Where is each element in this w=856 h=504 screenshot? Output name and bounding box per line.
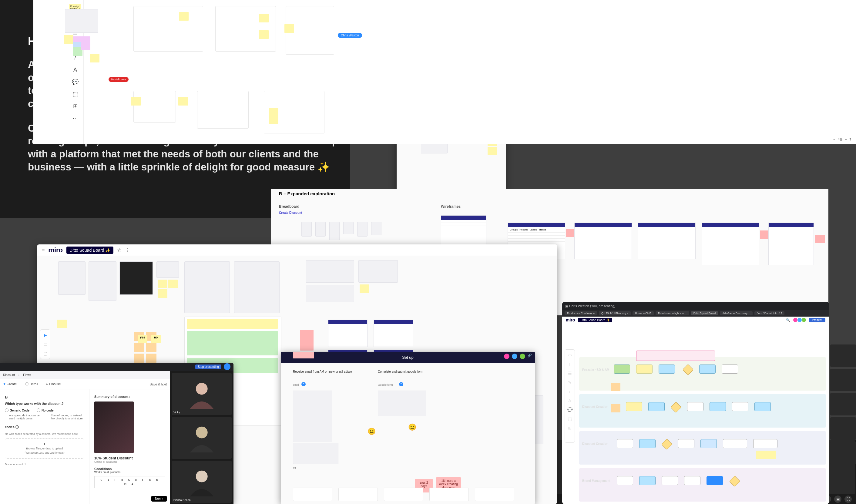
radio-no-code[interactable]: No code bbox=[37, 409, 53, 412]
browser-window: ▣ Chris Weston (You, presenting) Product… bbox=[562, 302, 829, 504]
tool-more-icon[interactable]: ⋯ bbox=[67, 112, 84, 124]
sticky-note[interactable] bbox=[134, 354, 144, 363]
sticky-note[interactable] bbox=[756, 451, 766, 459]
kebab-icon[interactable]: ⋮ bbox=[125, 247, 130, 253]
cam-tile[interactable] bbox=[830, 344, 856, 367]
zoom-plus-icon[interactable]: + bbox=[845, 138, 846, 141]
tool-text-icon[interactable]: T bbox=[567, 361, 573, 367]
sticky-note[interactable] bbox=[146, 343, 157, 352]
breadcrumb[interactable]: Flows bbox=[23, 373, 31, 377]
breadcrumb[interactable]: Discount bbox=[3, 373, 15, 377]
sticky-note[interactable] bbox=[90, 54, 100, 62]
miro-canvas[interactable]: ▭ T ☰ ✎ / A 💬 ⬚ ⊞ ⋯ Pre-sale · BD & AM D… bbox=[562, 323, 829, 504]
tool-a-icon[interactable]: A bbox=[67, 64, 84, 76]
tool-pen-icon[interactable]: ✎ bbox=[567, 379, 573, 385]
sticky-note[interactable] bbox=[259, 14, 269, 22]
tool-rect-icon[interactable]: ▭ bbox=[567, 352, 573, 358]
sticky-note[interactable] bbox=[131, 97, 141, 106]
cam-tile[interactable] bbox=[172, 417, 232, 459]
browser-tab[interactable]: Products – Confluence bbox=[565, 311, 597, 316]
tool-frame-icon[interactable]: ⬚ bbox=[567, 416, 573, 422]
wf-tab[interactable]: Labels bbox=[530, 228, 537, 231]
avatar[interactable] bbox=[224, 363, 230, 370]
star-icon[interactable]: ☆ bbox=[117, 247, 121, 253]
hamburger-icon[interactable]: ≡ bbox=[42, 248, 44, 253]
tool-grid-icon[interactable]: ⊞ bbox=[567, 425, 573, 431]
sticky-no[interactable]: no bbox=[151, 335, 161, 343]
sticky-note[interactable] bbox=[187, 331, 278, 355]
miro-board-name[interactable]: Ditto Squad Board ✨ bbox=[578, 318, 612, 322]
presence-pill: Chris Weston bbox=[338, 33, 362, 38]
sticky-note[interactable] bbox=[178, 97, 188, 106]
section-heading: B – Expanded exploration bbox=[279, 191, 335, 196]
summary-image bbox=[94, 401, 134, 453]
sticky-note[interactable] bbox=[259, 30, 269, 39]
browser-tab[interactable]: Ditto board – light ver… bbox=[656, 311, 689, 316]
info-icon: ⓘ bbox=[25, 382, 29, 386]
sticky-note[interactable] bbox=[146, 354, 157, 363]
tool-more-icon[interactable]: ⋯ bbox=[567, 434, 573, 440]
breadboard-label: Breadboard bbox=[279, 204, 299, 209]
stop-presenting-button[interactable]: Stop presenting bbox=[195, 364, 221, 369]
step-tab[interactable]: ▸ Finalise bbox=[47, 382, 61, 386]
sticky-note[interactable] bbox=[57, 320, 67, 328]
wf-tab[interactable]: Groups bbox=[510, 228, 518, 231]
sticky-note[interactable] bbox=[134, 343, 144, 352]
browser-tab[interactable]: Q1 23 JKH Planning – bbox=[599, 311, 631, 316]
tool-grid-icon[interactable]: ⊞ bbox=[67, 100, 84, 112]
radio-generic-code[interactable]: Generic Code bbox=[5, 409, 30, 412]
zoom-control[interactable]: − 4% + ? bbox=[833, 138, 851, 141]
save-exit-link[interactable]: Save & Exit bbox=[149, 382, 167, 386]
tool-list-icon[interactable]: ☰ bbox=[567, 370, 573, 376]
tool-a-icon[interactable]: A bbox=[567, 398, 573, 403]
sticky-note[interactable] bbox=[179, 12, 189, 21]
tool-comment-icon[interactable]: 💬 bbox=[67, 76, 84, 88]
tool-comment-icon[interactable]: 💬 bbox=[567, 407, 573, 413]
sticky-note[interactable] bbox=[64, 35, 73, 44]
sticky-note[interactable] bbox=[360, 285, 369, 293]
sticky-note[interactable] bbox=[158, 289, 167, 298]
search-icon[interactable]: 🔍 bbox=[786, 318, 790, 322]
zoom-minus-icon[interactable]: − bbox=[833, 138, 835, 141]
cam-tile[interactable] bbox=[830, 393, 856, 415]
cam-tile[interactable] bbox=[830, 417, 856, 440]
avatar bbox=[793, 318, 798, 322]
sticky-note[interactable] bbox=[81, 42, 90, 50]
sticky-note[interactable] bbox=[611, 383, 620, 391]
browser-tab[interactable]: Home – CMS bbox=[632, 311, 654, 316]
sticky-note[interactable] bbox=[269, 115, 278, 124]
file-drop[interactable]: ⬆ Browse files, or drop to upload (We ac… bbox=[5, 438, 84, 458]
cam-tile[interactable] bbox=[830, 442, 856, 464]
browser-tab[interactable]: Ditto Squad Board bbox=[691, 311, 718, 316]
next-button[interactable]: Next › bbox=[151, 496, 167, 502]
sticky-note[interactable] bbox=[815, 235, 825, 243]
browser-tab[interactable]: Jom / Daniel Intro 12 bbox=[754, 311, 784, 316]
wf-tab[interactable]: Trends bbox=[539, 228, 547, 231]
sticky-note[interactable] bbox=[158, 280, 167, 288]
cam-tile[interactable] bbox=[830, 369, 856, 391]
tool-line-icon[interactable]: / bbox=[567, 389, 573, 395]
codes-help: file with codes separated by a comma. We… bbox=[5, 432, 84, 435]
sticky-note[interactable] bbox=[766, 451, 775, 459]
step-tab[interactable]: ✚ Create bbox=[3, 382, 17, 386]
share-icon[interactable]: 🔗 bbox=[528, 354, 532, 359]
browser-tab[interactable]: Jkh Game Discovery… bbox=[720, 311, 753, 316]
sticky-note[interactable] bbox=[487, 147, 497, 155]
sticky-note[interactable] bbox=[187, 319, 278, 329]
present-button[interactable]: Present bbox=[809, 318, 825, 322]
wf-tab[interactable]: Reports bbox=[519, 228, 528, 231]
zoom-level: 4% bbox=[838, 138, 843, 141]
sticky-note[interactable] bbox=[611, 404, 620, 412]
miro-board-name[interactable]: Ditto Squad Board ✨ bbox=[66, 247, 113, 254]
cam-tile[interactable]: Vicky bbox=[172, 373, 232, 415]
sticky-note[interactable] bbox=[168, 280, 178, 288]
tool-frame-icon[interactable]: ⬚ bbox=[67, 88, 84, 100]
sticky-yes[interactable]: yes bbox=[138, 335, 147, 343]
callout-avg: avg. 20 days bbox=[293, 352, 314, 358]
sticky-note[interactable] bbox=[300, 330, 314, 350]
sticky-note[interactable] bbox=[284, 24, 294, 33]
miro-canvas-shared[interactable]: Country/ territory = brand T ☰ ✎ / A 💬 ⬚… bbox=[33, 0, 856, 144]
cam-tile[interactable]: Bianca Ceapa bbox=[172, 461, 232, 503]
help-icon[interactable]: ? bbox=[849, 138, 851, 141]
step-tab[interactable]: ⓘ Detail bbox=[25, 382, 38, 386]
